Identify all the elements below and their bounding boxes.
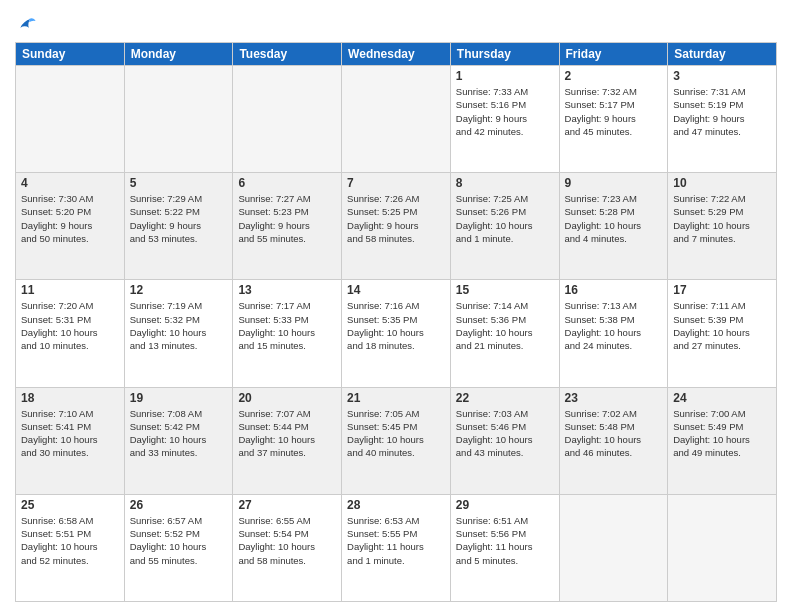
day-number: 12 <box>130 283 228 297</box>
calendar-cell: 21Sunrise: 7:05 AM Sunset: 5:45 PM Dayli… <box>342 387 451 494</box>
day-number: 7 <box>347 176 445 190</box>
calendar-cell <box>124 66 233 173</box>
day-number: 4 <box>21 176 119 190</box>
header <box>15 10 777 34</box>
cell-content: Sunrise: 7:20 AM Sunset: 5:31 PM Dayligh… <box>21 299 119 352</box>
cell-content: Sunrise: 6:55 AM Sunset: 5:54 PM Dayligh… <box>238 514 336 567</box>
header-saturday: Saturday <box>668 43 777 66</box>
cell-content: Sunrise: 7:22 AM Sunset: 5:29 PM Dayligh… <box>673 192 771 245</box>
cell-content: Sunrise: 7:29 AM Sunset: 5:22 PM Dayligh… <box>130 192 228 245</box>
calendar-cell: 9Sunrise: 7:23 AM Sunset: 5:28 PM Daylig… <box>559 173 668 280</box>
cell-content: Sunrise: 7:14 AM Sunset: 5:36 PM Dayligh… <box>456 299 554 352</box>
calendar-cell <box>342 66 451 173</box>
cell-content: Sunrise: 7:33 AM Sunset: 5:16 PM Dayligh… <box>456 85 554 138</box>
logo-bird-icon <box>17 14 37 34</box>
calendar-cell: 20Sunrise: 7:07 AM Sunset: 5:44 PM Dayli… <box>233 387 342 494</box>
calendar-cell: 28Sunrise: 6:53 AM Sunset: 5:55 PM Dayli… <box>342 494 451 601</box>
cell-content: Sunrise: 7:26 AM Sunset: 5:25 PM Dayligh… <box>347 192 445 245</box>
calendar-cell: 10Sunrise: 7:22 AM Sunset: 5:29 PM Dayli… <box>668 173 777 280</box>
logo <box>15 14 37 34</box>
day-number: 25 <box>21 498 119 512</box>
header-friday: Friday <box>559 43 668 66</box>
cell-content: Sunrise: 7:31 AM Sunset: 5:19 PM Dayligh… <box>673 85 771 138</box>
calendar-cell: 7Sunrise: 7:26 AM Sunset: 5:25 PM Daylig… <box>342 173 451 280</box>
calendar-cell <box>233 66 342 173</box>
calendar-cell: 29Sunrise: 6:51 AM Sunset: 5:56 PM Dayli… <box>450 494 559 601</box>
cell-content: Sunrise: 7:10 AM Sunset: 5:41 PM Dayligh… <box>21 407 119 460</box>
week-row-3: 11Sunrise: 7:20 AM Sunset: 5:31 PM Dayli… <box>16 280 777 387</box>
calendar-cell: 17Sunrise: 7:11 AM Sunset: 5:39 PM Dayli… <box>668 280 777 387</box>
calendar-header: SundayMondayTuesdayWednesdayThursdayFrid… <box>16 43 777 66</box>
calendar-cell: 23Sunrise: 7:02 AM Sunset: 5:48 PM Dayli… <box>559 387 668 494</box>
cell-content: Sunrise: 7:07 AM Sunset: 5:44 PM Dayligh… <box>238 407 336 460</box>
day-number: 24 <box>673 391 771 405</box>
calendar-body: 1Sunrise: 7:33 AM Sunset: 5:16 PM Daylig… <box>16 66 777 602</box>
calendar-cell: 16Sunrise: 7:13 AM Sunset: 5:38 PM Dayli… <box>559 280 668 387</box>
calendar-cell: 19Sunrise: 7:08 AM Sunset: 5:42 PM Dayli… <box>124 387 233 494</box>
day-number: 18 <box>21 391 119 405</box>
day-number: 14 <box>347 283 445 297</box>
day-number: 20 <box>238 391 336 405</box>
calendar-cell: 5Sunrise: 7:29 AM Sunset: 5:22 PM Daylig… <box>124 173 233 280</box>
day-number: 27 <box>238 498 336 512</box>
calendar-cell <box>668 494 777 601</box>
week-row-4: 18Sunrise: 7:10 AM Sunset: 5:41 PM Dayli… <box>16 387 777 494</box>
header-wednesday: Wednesday <box>342 43 451 66</box>
calendar-cell: 22Sunrise: 7:03 AM Sunset: 5:46 PM Dayli… <box>450 387 559 494</box>
cell-content: Sunrise: 7:00 AM Sunset: 5:49 PM Dayligh… <box>673 407 771 460</box>
calendar-table: SundayMondayTuesdayWednesdayThursdayFrid… <box>15 42 777 602</box>
day-number: 15 <box>456 283 554 297</box>
cell-content: Sunrise: 7:19 AM Sunset: 5:32 PM Dayligh… <box>130 299 228 352</box>
header-thursday: Thursday <box>450 43 559 66</box>
day-number: 1 <box>456 69 554 83</box>
calendar-cell: 13Sunrise: 7:17 AM Sunset: 5:33 PM Dayli… <box>233 280 342 387</box>
day-number: 9 <box>565 176 663 190</box>
calendar-cell: 25Sunrise: 6:58 AM Sunset: 5:51 PM Dayli… <box>16 494 125 601</box>
day-number: 26 <box>130 498 228 512</box>
cell-content: Sunrise: 7:27 AM Sunset: 5:23 PM Dayligh… <box>238 192 336 245</box>
calendar-cell: 15Sunrise: 7:14 AM Sunset: 5:36 PM Dayli… <box>450 280 559 387</box>
cell-content: Sunrise: 7:32 AM Sunset: 5:17 PM Dayligh… <box>565 85 663 138</box>
day-number: 2 <box>565 69 663 83</box>
calendar-cell: 18Sunrise: 7:10 AM Sunset: 5:41 PM Dayli… <box>16 387 125 494</box>
day-number: 23 <box>565 391 663 405</box>
day-number: 28 <box>347 498 445 512</box>
cell-content: Sunrise: 7:05 AM Sunset: 5:45 PM Dayligh… <box>347 407 445 460</box>
calendar-cell: 8Sunrise: 7:25 AM Sunset: 5:26 PM Daylig… <box>450 173 559 280</box>
header-row: SundayMondayTuesdayWednesdayThursdayFrid… <box>16 43 777 66</box>
calendar-cell: 27Sunrise: 6:55 AM Sunset: 5:54 PM Dayli… <box>233 494 342 601</box>
header-monday: Monday <box>124 43 233 66</box>
cell-content: Sunrise: 7:30 AM Sunset: 5:20 PM Dayligh… <box>21 192 119 245</box>
calendar-cell <box>559 494 668 601</box>
cell-content: Sunrise: 6:53 AM Sunset: 5:55 PM Dayligh… <box>347 514 445 567</box>
header-sunday: Sunday <box>16 43 125 66</box>
cell-content: Sunrise: 7:03 AM Sunset: 5:46 PM Dayligh… <box>456 407 554 460</box>
calendar-cell: 6Sunrise: 7:27 AM Sunset: 5:23 PM Daylig… <box>233 173 342 280</box>
calendar-page: SundayMondayTuesdayWednesdayThursdayFrid… <box>0 0 792 612</box>
day-number: 19 <box>130 391 228 405</box>
day-number: 17 <box>673 283 771 297</box>
day-number: 21 <box>347 391 445 405</box>
day-number: 6 <box>238 176 336 190</box>
cell-content: Sunrise: 7:08 AM Sunset: 5:42 PM Dayligh… <box>130 407 228 460</box>
cell-content: Sunrise: 6:57 AM Sunset: 5:52 PM Dayligh… <box>130 514 228 567</box>
calendar-cell: 24Sunrise: 7:00 AM Sunset: 5:49 PM Dayli… <box>668 387 777 494</box>
week-row-1: 1Sunrise: 7:33 AM Sunset: 5:16 PM Daylig… <box>16 66 777 173</box>
calendar-cell: 26Sunrise: 6:57 AM Sunset: 5:52 PM Dayli… <box>124 494 233 601</box>
day-number: 11 <box>21 283 119 297</box>
calendar-cell: 14Sunrise: 7:16 AM Sunset: 5:35 PM Dayli… <box>342 280 451 387</box>
header-tuesday: Tuesday <box>233 43 342 66</box>
day-number: 5 <box>130 176 228 190</box>
day-number: 3 <box>673 69 771 83</box>
day-number: 8 <box>456 176 554 190</box>
calendar-cell: 11Sunrise: 7:20 AM Sunset: 5:31 PM Dayli… <box>16 280 125 387</box>
cell-content: Sunrise: 7:02 AM Sunset: 5:48 PM Dayligh… <box>565 407 663 460</box>
week-row-5: 25Sunrise: 6:58 AM Sunset: 5:51 PM Dayli… <box>16 494 777 601</box>
calendar-cell: 1Sunrise: 7:33 AM Sunset: 5:16 PM Daylig… <box>450 66 559 173</box>
cell-content: Sunrise: 6:51 AM Sunset: 5:56 PM Dayligh… <box>456 514 554 567</box>
calendar-cell: 4Sunrise: 7:30 AM Sunset: 5:20 PM Daylig… <box>16 173 125 280</box>
day-number: 16 <box>565 283 663 297</box>
cell-content: Sunrise: 7:16 AM Sunset: 5:35 PM Dayligh… <box>347 299 445 352</box>
cell-content: Sunrise: 7:23 AM Sunset: 5:28 PM Dayligh… <box>565 192 663 245</box>
calendar-cell <box>16 66 125 173</box>
